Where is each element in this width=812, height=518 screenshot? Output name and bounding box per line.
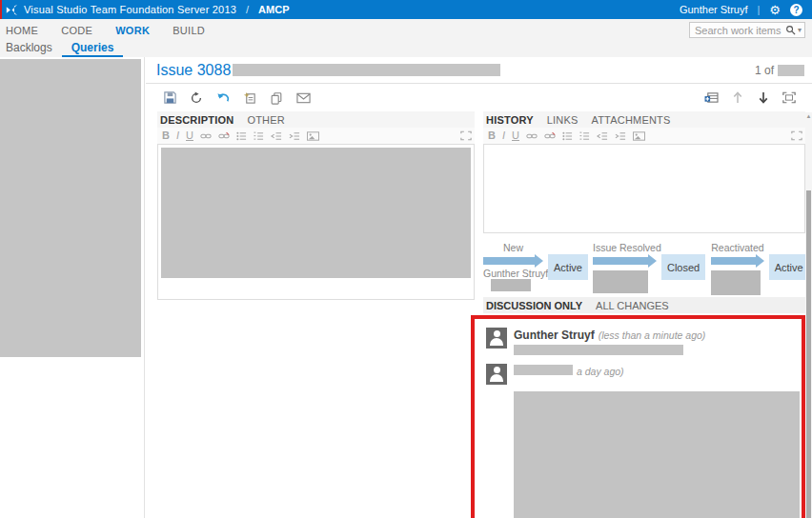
queries-sidebar [0, 57, 145, 518]
remove-link-button[interactable] [218, 131, 230, 141]
transition-author: Gunther Struyf [483, 268, 543, 279]
add-to-query-button[interactable] [699, 89, 724, 108]
indent-button[interactable] [615, 131, 626, 141]
numbered-list-button[interactable] [254, 131, 264, 141]
arrow-up-icon [732, 91, 743, 104]
previous-item-button[interactable] [724, 89, 750, 108]
search-icon[interactable] [785, 25, 796, 35]
underline-button[interactable]: U [186, 130, 193, 141]
discussion-redacted-text [514, 345, 683, 355]
maximize-icon [460, 130, 472, 141]
discussion-author[interactable]: Gunther Struyf [514, 329, 595, 342]
transition-redacted [711, 270, 761, 295]
new-work-item-button[interactable] [236, 89, 263, 108]
user-menu[interactable]: Gunther Struyf [680, 4, 748, 15]
nav-item-build[interactable]: BUILD [161, 25, 216, 36]
discussion-redacted-body [514, 391, 800, 518]
transition-arrow [711, 254, 763, 268]
tab-description[interactable]: DESCRIPTION [160, 114, 233, 126]
tab-other[interactable]: OTHER [247, 114, 285, 126]
workitem-title[interactable]: Issue 3088 [156, 62, 231, 79]
add-to-query-icon [704, 91, 719, 104]
search-placeholder: Search work items [695, 25, 785, 36]
nav-item-home[interactable]: HOME [0, 25, 50, 36]
help-icon[interactable]: ? [790, 4, 802, 16]
indent-icon [289, 131, 300, 141]
tab-discussion-only[interactable]: DISCUSSION ONLY [486, 300, 582, 311]
transition-reactivated: Reactivated [711, 242, 763, 295]
email-button[interactable] [290, 89, 316, 108]
transition-resolved: Issue Resolved [593, 242, 657, 293]
undo-button[interactable] [210, 89, 236, 108]
pager-redacted [778, 65, 804, 76]
indent-button[interactable] [289, 131, 300, 141]
remove-link-button[interactable] [544, 131, 556, 141]
avatar[interactable] [486, 328, 507, 349]
discussion-timestamp: (less than a minute ago) [599, 329, 706, 341]
bold-button[interactable]: B [488, 130, 496, 141]
tab-all-changes[interactable]: ALL CHANGES [596, 300, 669, 311]
description-redacted-content [161, 148, 471, 278]
top-bar: Visual Studio Team Foundation Server 201… [0, 0, 812, 19]
toolbar-right-group [699, 89, 805, 108]
save-icon [163, 90, 177, 105]
discussion-tabs: DISCUSSION ONLY ALL CHANGES [483, 297, 805, 313]
bullet-list-button[interactable] [236, 131, 247, 141]
insert-link-button[interactable] [526, 131, 538, 141]
save-button[interactable] [156, 89, 183, 108]
insert-image-button[interactable] [307, 131, 319, 141]
bullet-list-button[interactable] [562, 131, 573, 141]
description-maximize-button[interactable] [460, 130, 472, 141]
product-title: Visual Studio Team Foundation Server 201… [24, 4, 236, 15]
description-editor[interactable] [157, 144, 475, 300]
email-icon [296, 92, 311, 104]
bold-button[interactable]: B [162, 130, 170, 141]
numbered-list-icon [579, 131, 590, 141]
tab-history[interactable]: HISTORY [486, 114, 534, 126]
gear-icon[interactable]: ⚙ [769, 4, 781, 16]
copy-button[interactable] [263, 89, 290, 108]
maximize-icon [782, 91, 796, 104]
tab-links[interactable]: LINKS [547, 114, 579, 126]
history-maximize-button[interactable] [791, 130, 802, 141]
link-icon [200, 131, 212, 141]
insert-link-button[interactable] [200, 131, 212, 141]
transition-arrow [483, 254, 543, 268]
insert-image-button[interactable] [633, 131, 645, 141]
avatar[interactable] [486, 364, 507, 385]
undo-icon [216, 90, 231, 105]
tab-attachments[interactable]: ATTACHMENTS [591, 114, 670, 126]
transition-label: Reactivated [711, 242, 763, 254]
maximize-button[interactable] [776, 89, 802, 108]
transition-new: New Gunther Struyf [483, 242, 543, 291]
refresh-icon [190, 91, 203, 105]
vertical-scrollbar[interactable]: ▲ [805, 112, 812, 518]
nav-item-work[interactable]: WORK [104, 25, 161, 36]
scrollbar-up-icon[interactable]: ▲ [805, 113, 812, 119]
search-dropdown-icon[interactable]: ▾ [798, 26, 802, 34]
history-comment-editor[interactable] [483, 144, 805, 233]
unlink-icon [544, 131, 556, 141]
outdent-button[interactable] [597, 131, 608, 141]
italic-button[interactable]: I [502, 130, 505, 141]
outdent-button[interactable] [271, 131, 282, 141]
state-active-2: Active [769, 254, 809, 280]
scrollbar-thumb[interactable] [806, 190, 811, 518]
underline-button[interactable]: U [512, 130, 519, 141]
search-input[interactable]: Search work items ▾ [689, 22, 805, 38]
italic-button[interactable]: I [176, 130, 179, 141]
subnav-item-backlogs[interactable]: Backlogs [0, 41, 62, 54]
nav-item-code[interactable]: CODE [50, 25, 104, 36]
subnav-item-queries[interactable]: Queries [62, 41, 124, 58]
refresh-button[interactable] [183, 89, 210, 108]
workitem-toolbar [146, 85, 805, 110]
discussion-area-red-annotation: Gunther Struyf (less than a minute ago) … [471, 315, 805, 518]
hub-nav: HOME CODE WORK BUILD Search work items ▾ [0, 19, 812, 41]
breadcrumb-project[interactable]: AMCP [258, 4, 289, 15]
numbered-list-button[interactable] [579, 131, 590, 141]
next-item-button[interactable] [750, 89, 776, 108]
left-edge-red-marker [0, 0, 2, 19]
workitem-title-redacted [233, 64, 500, 76]
description-panel: DESCRIPTION OTHER B I U [157, 111, 475, 300]
sidebar-redacted-placeholder [0, 59, 141, 357]
